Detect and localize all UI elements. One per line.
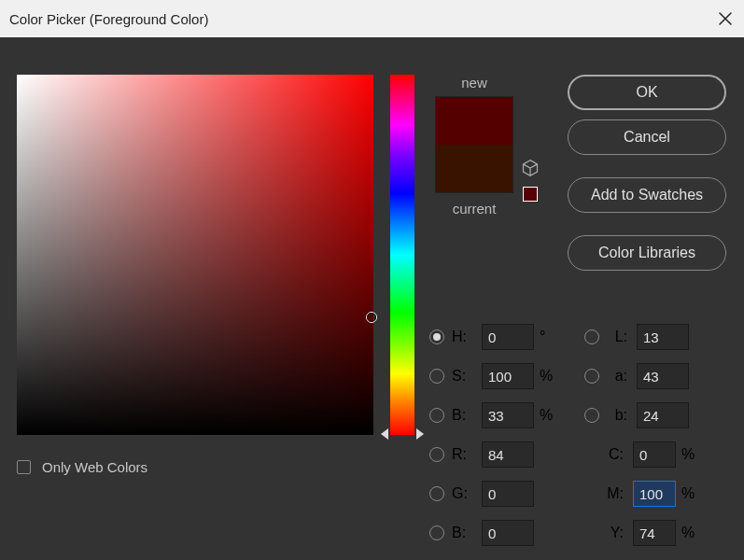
titlebar: Color Picker (Foreground Color) — [0, 0, 744, 37]
m-input[interactable] — [633, 481, 676, 507]
current-label: current — [453, 201, 497, 217]
hue-strip[interactable] — [390, 75, 414, 435]
h-radio[interactable] — [429, 329, 444, 344]
rgb-b-input[interactable] — [482, 520, 534, 546]
new-label: new — [461, 75, 487, 91]
m-label: M: — [584, 485, 624, 502]
current-color-swatch[interactable] — [436, 145, 512, 192]
rgb-b-radio[interactable] — [429, 525, 444, 540]
l-label: L: — [607, 329, 627, 345]
a-label: a: — [607, 368, 627, 385]
y-label: Y: — [584, 525, 624, 541]
bv-label: B: — [452, 407, 474, 424]
web-safe-swatch[interactable] — [523, 187, 538, 202]
h-unit: ° — [540, 329, 556, 345]
c-input[interactable] — [633, 441, 676, 468]
bv-input[interactable] — [482, 402, 534, 428]
only-web-colors-label: Only Web Colors — [42, 459, 147, 475]
lab-b-label: b: — [607, 407, 627, 424]
c-unit: % — [681, 446, 698, 463]
s-unit: % — [540, 368, 556, 385]
l-input[interactable] — [637, 324, 689, 350]
close-icon — [718, 11, 733, 26]
r-radio[interactable] — [429, 447, 444, 462]
lab-b-input[interactable] — [637, 402, 689, 428]
s-input[interactable] — [482, 363, 534, 389]
r-label: R: — [452, 446, 474, 463]
new-color-swatch — [436, 97, 512, 145]
y-input[interactable] — [633, 520, 676, 546]
g-radio[interactable] — [429, 486, 444, 501]
close-button[interactable] — [716, 9, 735, 28]
rgb-b-label: B: — [452, 525, 474, 541]
a-input[interactable] — [637, 363, 689, 389]
bv-unit: % — [540, 407, 556, 424]
h-label: H: — [452, 329, 474, 345]
window-title: Color Picker (Foreground Color) — [9, 11, 208, 27]
add-to-swatches-button[interactable]: Add to Swatches — [568, 177, 726, 213]
g-label: G: — [452, 485, 474, 502]
bv-radio[interactable] — [429, 408, 444, 423]
sv-cursor — [366, 312, 377, 323]
saturation-value-field[interactable] — [17, 75, 373, 435]
y-unit: % — [681, 525, 698, 541]
g-input[interactable] — [482, 481, 534, 507]
gamut-warning-icon[interactable] — [521, 159, 540, 177]
r-input[interactable] — [482, 441, 534, 468]
m-unit: % — [681, 485, 698, 502]
s-radio[interactable] — [429, 369, 444, 384]
h-input[interactable] — [482, 324, 534, 350]
a-radio[interactable] — [584, 369, 599, 384]
ok-button[interactable]: OK — [568, 75, 726, 110]
cancel-button[interactable]: Cancel — [568, 119, 726, 155]
color-preview — [435, 96, 513, 193]
lab-b-radio[interactable] — [584, 408, 599, 423]
l-radio[interactable] — [584, 329, 599, 344]
s-label: S: — [452, 368, 474, 385]
color-libraries-button[interactable]: Color Libraries — [568, 235, 726, 271]
c-label: C: — [584, 446, 624, 463]
only-web-colors-checkbox[interactable] — [17, 460, 31, 474]
